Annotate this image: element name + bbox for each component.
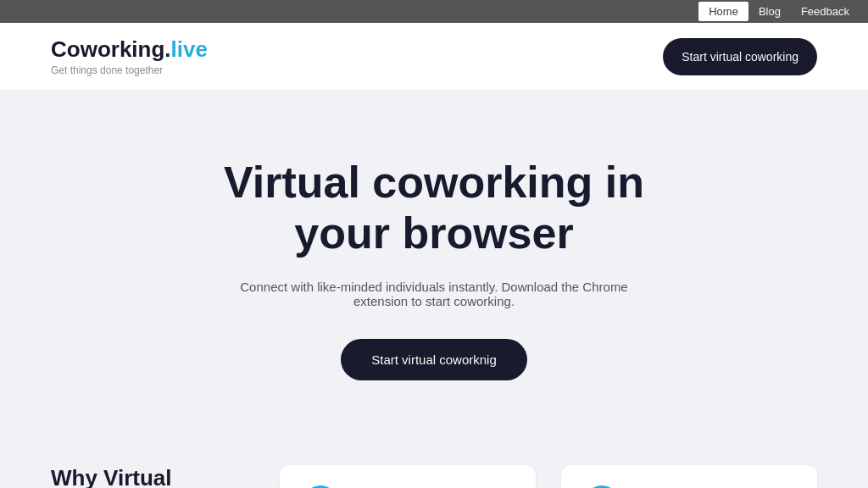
hero-subtitle: Connect with like-minded individuals ins… xyxy=(222,280,646,308)
top-navbar: Home Blog Feedback xyxy=(0,0,868,23)
worldwide-icon: 🌐 xyxy=(585,485,619,488)
hero-cta-button[interactable]: Start virtual coworknig xyxy=(341,339,527,380)
feature-card-worldwide: 🌐 Worldwide xyxy=(561,465,817,488)
hero-section: Virtual coworking in your browser Connec… xyxy=(0,90,868,431)
hero-title: Virtual coworking in your browser xyxy=(180,158,688,259)
nav-feedback[interactable]: Feedback xyxy=(791,2,860,21)
site-header: Coworking.live Get things done together … xyxy=(0,23,868,90)
relevant-icon: 🔖 xyxy=(303,485,337,488)
logo-tagline: Get things done together xyxy=(51,64,163,76)
logo-blue-part: live xyxy=(171,36,208,62)
logo: Coworking.live Get things done together xyxy=(51,36,208,76)
features-title: Why Virtual Coworking is the Future xyxy=(51,465,254,488)
features-section: Why Virtual Coworking is the Future Soci… xyxy=(0,431,868,488)
logo-text: Coworking.live xyxy=(51,36,208,63)
feature-label-relevant: Relevant xyxy=(349,485,403,488)
header-cta-button[interactable]: Start virtual coworking xyxy=(663,38,817,75)
nav-blog[interactable]: Blog xyxy=(748,2,791,21)
nav-home[interactable]: Home xyxy=(698,2,748,21)
logo-black-part: Coworking. xyxy=(51,36,171,62)
feature-label-worldwide: Worldwide xyxy=(631,485,695,488)
feature-card-relevant: 🔖 Relevant xyxy=(280,465,536,488)
why-block: Why Virtual Coworking is the Future Soci… xyxy=(51,465,254,488)
